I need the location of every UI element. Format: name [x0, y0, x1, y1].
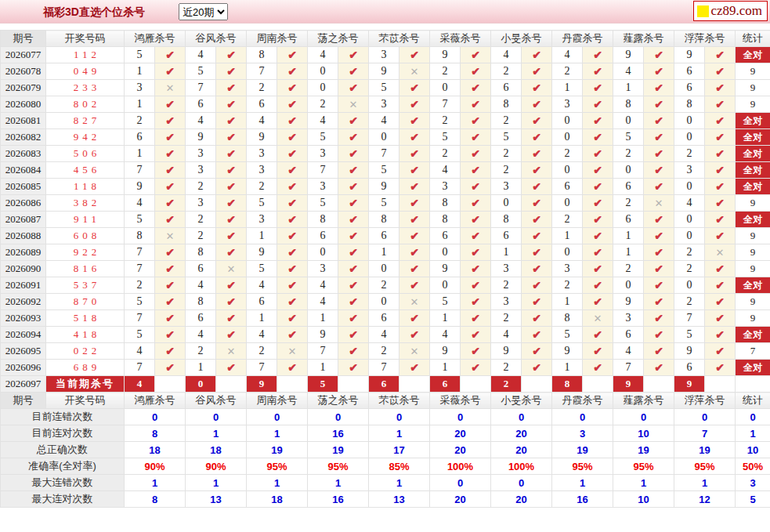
- kill-number: 6: [552, 179, 583, 195]
- check-icon: ✔: [715, 98, 725, 110]
- check-icon: ✔: [593, 246, 602, 259]
- cross-icon: ✕: [227, 263, 236, 275]
- result-cell: ✔: [338, 228, 369, 244]
- check-icon: ✔: [532, 295, 541, 308]
- check-icon: ✔: [715, 295, 725, 308]
- draw-number: 816: [46, 261, 125, 277]
- check-icon: ✔: [532, 81, 541, 94]
- result-cell: ✔: [461, 113, 491, 129]
- kill-number: 1: [247, 228, 277, 244]
- period-range-select[interactable]: 近20期: [179, 3, 228, 20]
- result-cell: ✕: [583, 310, 613, 327]
- summary-value: 0: [125, 409, 186, 425]
- kill-number: 8: [491, 212, 522, 228]
- check-icon: ✔: [287, 65, 297, 78]
- check-icon: ✔: [471, 361, 480, 374]
- header-row: 期号开奖号码鸿雁杀号谷风杀号周南杀号荡之杀号芣苡杀号采薇杀号小旻杀号丹霞杀号薤露…: [1, 31, 770, 47]
- kill-number: 2: [308, 96, 338, 113]
- result-cell: ✔: [461, 195, 491, 212]
- result-cell: ✔: [399, 80, 430, 96]
- kill-number: 8: [430, 212, 461, 228]
- check-icon: ✔: [287, 279, 297, 291]
- summary-body: 目前连错次数00000000000目前连对次数811161202031071总正…: [1, 409, 770, 508]
- site-logo-link[interactable]: cz89.com: [693, 1, 768, 21]
- summary-value: 1: [369, 475, 430, 491]
- kill-number: 5: [308, 195, 338, 212]
- kill-number: 0: [308, 63, 338, 80]
- check-icon: ✔: [165, 114, 175, 127]
- check-icon: ✔: [226, 164, 236, 176]
- kill-number: 0: [369, 261, 399, 277]
- stat-value: 9: [736, 63, 770, 80]
- check-icon: ✔: [715, 65, 725, 78]
- summary-value: 95%: [247, 458, 308, 475]
- check-icon: ✔: [410, 180, 419, 193]
- check-icon: ✔: [532, 164, 541, 176]
- check-icon: ✔: [349, 180, 358, 193]
- kill-number: 2: [247, 80, 277, 96]
- draw-number: 418: [46, 327, 125, 343]
- check-icon: ✔: [165, 197, 175, 209]
- current-kill-badge: 8: [552, 376, 583, 393]
- summary-value: 0: [430, 475, 491, 491]
- check-icon: ✔: [654, 131, 663, 143]
- result-cell: ✔: [338, 261, 369, 277]
- summary-value: 10: [613, 491, 674, 508]
- column-header: 周南杀号: [247, 31, 308, 47]
- column-header: 谷风杀号: [186, 393, 247, 409]
- result-cell: ✔: [461, 63, 491, 80]
- result-cell: ✔: [644, 212, 674, 228]
- result-cell: ✔: [277, 277, 308, 294]
- check-icon: ✔: [165, 180, 175, 193]
- summary-value: 95%: [613, 458, 674, 475]
- empty-cell: [644, 376, 674, 393]
- kill-number: 5: [125, 294, 155, 310]
- kill-number: 6: [491, 80, 522, 96]
- table-row: 20260915372✔4✔4✔4✔2✔0✔2✔2✔0✔0✔全对: [1, 277, 770, 294]
- check-icon: ✔: [410, 164, 419, 176]
- kill-number: 4: [308, 47, 338, 63]
- kill-number: 3: [125, 80, 155, 96]
- current-kill-badge: 5: [308, 376, 338, 393]
- check-icon: ✔: [532, 98, 541, 110]
- kill-number: 3: [674, 162, 705, 179]
- result-cell: ✔: [216, 146, 247, 162]
- result-cell: ✔: [399, 228, 430, 244]
- kill-number: 4: [613, 343, 644, 360]
- draw-number: 689: [46, 360, 125, 376]
- kill-number: 5: [186, 63, 216, 80]
- kill-number: 9: [308, 327, 338, 343]
- result-cell: ✔: [705, 294, 736, 310]
- kill-number: 5: [491, 129, 522, 146]
- check-icon: ✔: [715, 49, 725, 61]
- empty-cell: [155, 376, 186, 393]
- result-cell: ✔: [338, 80, 369, 96]
- draw-number: 049: [46, 63, 125, 80]
- kill-number: 9: [430, 47, 461, 63]
- result-cell: ✔: [461, 228, 491, 244]
- check-icon: ✔: [654, 361, 663, 374]
- table-row: 20260966897✔1✔7✔1✔7✔1✔2✔1✔7✔6✔全对: [1, 360, 770, 376]
- check-icon: ✔: [410, 328, 419, 341]
- kill-number: 0: [674, 179, 705, 195]
- check-icon: ✔: [654, 213, 663, 226]
- check-icon: ✔: [532, 279, 541, 291]
- kill-number: 6: [674, 63, 705, 80]
- column-header: 芣苡杀号: [369, 31, 430, 47]
- result-cell: ✕: [338, 96, 369, 113]
- check-icon: ✔: [471, 328, 480, 341]
- result-cell: ✔: [705, 113, 736, 129]
- check-icon: ✔: [165, 147, 175, 160]
- current-kill-badge: 9: [247, 376, 277, 393]
- cross-icon: ✕: [410, 296, 419, 308]
- result-cell: ✔: [216, 294, 247, 310]
- kill-number: 7: [125, 244, 155, 261]
- kill-number: 2: [613, 261, 644, 277]
- result-cell: ✔: [277, 261, 308, 277]
- kill-number: 7: [308, 162, 338, 179]
- result-cell: ✔: [583, 129, 613, 146]
- check-icon: ✔: [165, 361, 175, 374]
- kill-number: 6: [674, 360, 705, 376]
- kill-number: 4: [308, 294, 338, 310]
- check-icon: ✔: [287, 81, 297, 94]
